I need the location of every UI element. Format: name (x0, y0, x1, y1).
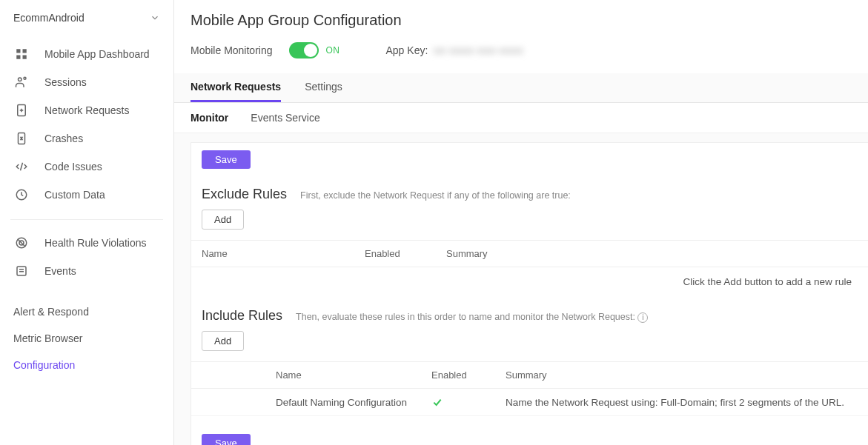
nav-label: Code Issues (44, 161, 102, 173)
appkey-label: App Key: (386, 44, 428, 56)
nav-mobile-dashboard[interactable]: Mobile App Dashboard (0, 40, 173, 68)
nav-sessions[interactable]: Sessions (0, 68, 173, 96)
svg-rect-1 (23, 49, 27, 53)
subtab-events-service[interactable]: Events Service (251, 110, 319, 125)
include-rules-title: Include Rules (202, 308, 282, 324)
save-button-top[interactable]: Save (202, 150, 251, 169)
monitoring-state: ON (326, 45, 340, 56)
check-icon (431, 396, 485, 408)
nav-alert-respond[interactable]: Alert & Respond (0, 298, 173, 325)
appkey-value: xx-xxxx-xxx-xxxx (434, 44, 523, 56)
nav-health-rule-violations[interactable]: Health Rule Violations (10, 229, 163, 257)
nav-label: Health Rule Violations (44, 237, 147, 249)
nav-label: Mobile App Dashboard (44, 48, 150, 60)
col-spacer (191, 362, 265, 389)
nav-events[interactable]: Events (10, 257, 163, 285)
dashboard-icon (13, 47, 30, 61)
table-row[interactable]: Default Naming Configuration Name the Ne… (191, 389, 868, 416)
cell-enabled (421, 389, 495, 416)
page-title: Mobile App Group Configuration (174, 0, 868, 42)
cell-summary: Name the Network Request using: Full-Dom… (495, 389, 868, 416)
network-icon (13, 104, 30, 117)
tab-network-requests[interactable]: Network Requests (191, 73, 281, 102)
save-button-bottom[interactable]: Save (202, 434, 251, 445)
data-icon (13, 188, 30, 201)
nav-custom-data[interactable]: Custom Data (0, 181, 173, 209)
svg-line-8 (21, 163, 23, 171)
nav-bottom: Alert & Respond Metric Browser Configura… (0, 294, 173, 383)
nav-label: Sessions (44, 76, 87, 88)
nav-label: Crashes (44, 133, 83, 144)
info-icon[interactable]: i (637, 312, 648, 323)
nav-label: Network Requests (44, 104, 129, 116)
nav-crashes[interactable]: Crashes (0, 124, 173, 153)
nav-network-requests[interactable]: Network Requests (0, 96, 173, 124)
exclude-rules-desc: First, exclude the Network Request if an… (300, 190, 571, 201)
exclude-add-button[interactable]: Add (202, 210, 244, 230)
svg-rect-3 (23, 56, 27, 59)
exclude-empty-hint: Click the Add button to add a new rule (191, 267, 868, 298)
sidebar: EcommAndroid Mobile App Dashboard Sessio… (0, 0, 174, 445)
col-enabled: Enabled (354, 241, 436, 267)
health-icon (13, 236, 30, 250)
include-rules-desc: Then, evaluate these rules in this order… (296, 312, 648, 323)
svg-point-5 (24, 77, 26, 79)
nav-secondary: Health Rule Violations Events (10, 219, 163, 290)
nav-label: Events (44, 265, 76, 277)
col-name: Name (265, 362, 421, 389)
col-enabled: Enabled (421, 362, 495, 389)
crash-icon (13, 132, 30, 145)
col-name: Name (191, 241, 354, 267)
sessions-icon (13, 76, 30, 89)
code-icon (13, 160, 30, 173)
chevron-down-icon (150, 13, 160, 23)
col-summary: Summary (436, 241, 868, 267)
monitoring-label: Mobile Monitoring (191, 44, 273, 56)
app-name: EcommAndroid (13, 12, 85, 24)
tab-settings[interactable]: Settings (305, 73, 342, 102)
cell-name: Default Naming Configuration (265, 389, 421, 416)
exclude-rules-title: Exclude Rules (202, 187, 287, 202)
include-table: Name Enabled Summary Default Naming Conf… (191, 361, 868, 416)
main: Mobile App Group Configuration Mobile Mo… (174, 0, 868, 445)
nav-primary: Mobile App Dashboard Sessions Network Re… (0, 36, 173, 213)
monitoring-toggle[interactable] (289, 42, 319, 58)
nav-configuration[interactable]: Configuration (0, 352, 173, 378)
nav-label: Custom Data (44, 189, 105, 201)
subtab-monitor[interactable]: Monitor (191, 110, 228, 125)
app-selector[interactable]: EcommAndroid (0, 0, 173, 36)
include-add-button[interactable]: Add (202, 331, 244, 351)
toggle-knob (304, 44, 317, 57)
events-icon (13, 264, 30, 278)
svg-rect-0 (16, 49, 20, 53)
svg-point-4 (19, 78, 22, 81)
monitoring-row: Mobile Monitoring ON App Key: xx-xxxx-xx… (174, 42, 868, 73)
tabs-secondary: Monitor Events Service (174, 103, 868, 133)
nav-metric-browser[interactable]: Metric Browser (0, 325, 173, 352)
nav-code-issues[interactable]: Code Issues (0, 153, 173, 181)
col-summary: Summary (495, 362, 868, 389)
exclude-table: Name Enabled Summary (191, 240, 868, 267)
config-card: Save Exclude Rules First, exclude the Ne… (191, 142, 868, 445)
svg-rect-2 (16, 56, 20, 59)
tabs-primary: Network Requests Settings (174, 73, 868, 103)
